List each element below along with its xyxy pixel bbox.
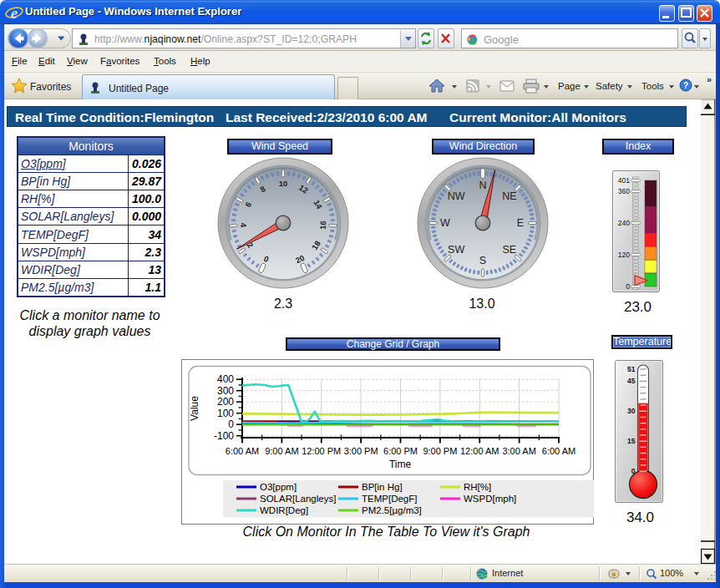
svg-text:9:00 PM: 9:00 PM: [423, 446, 457, 456]
svg-text:-100: -100: [214, 430, 234, 442]
svg-text:E: E: [517, 217, 524, 229]
svg-text:e: e: [11, 4, 18, 22]
svg-text:6:00 AM: 6:00 AM: [542, 446, 575, 456]
svg-text:N: N: [479, 180, 486, 191]
svg-text:NW: NW: [448, 190, 465, 202]
svg-text:100: 100: [217, 408, 234, 419]
svg-text:SW: SW: [448, 244, 464, 256]
svg-text:?: ?: [683, 81, 688, 90]
svg-text:12:00 PM: 12:00 PM: [302, 446, 341, 456]
svg-text:3:00 PM: 3:00 PM: [344, 446, 378, 456]
svg-text:15: 15: [627, 437, 636, 445]
svg-text:9:00 AM: 9:00 AM: [265, 446, 298, 456]
svg-text:300: 300: [217, 385, 234, 397]
svg-text:RH[%]: RH[%]: [464, 482, 491, 492]
svg-text:401: 401: [618, 176, 630, 185]
svg-text:0: 0: [228, 418, 234, 430]
svg-text:360: 360: [618, 187, 630, 195]
svg-text:6:00 AM: 6:00 AM: [226, 446, 259, 456]
svg-text:PM2.5[µg/m3]: PM2.5[µg/m3]: [362, 505, 422, 515]
svg-text:45: 45: [627, 377, 636, 385]
svg-text:30: 30: [627, 407, 636, 415]
svg-text:NE: NE: [502, 190, 516, 202]
svg-text:3:00 AM: 3:00 AM: [502, 446, 535, 456]
svg-text:WSPD[mph]: WSPD[mph]: [464, 494, 516, 504]
svg-text:BP[in Hg]: BP[in Hg]: [362, 482, 403, 492]
svg-text:51: 51: [627, 365, 636, 373]
svg-text:TEMP[DegF]: TEMP[DegF]: [362, 494, 417, 504]
svg-text:SE: SE: [502, 244, 516, 256]
svg-text:0: 0: [631, 467, 636, 475]
svg-text:400: 400: [217, 373, 234, 385]
svg-text:O3[ppm]: O3[ppm]: [260, 482, 297, 492]
svg-text:6:00 PM: 6:00 PM: [383, 446, 418, 456]
svg-text:SOLAR[Langleys]: SOLAR[Langleys]: [260, 494, 336, 504]
svg-text:Value: Value: [189, 396, 200, 421]
svg-text:240: 240: [618, 219, 630, 227]
svg-text:Time: Time: [389, 459, 412, 470]
svg-text:12:00 AM: 12:00 AM: [460, 446, 499, 456]
svg-text:W: W: [440, 217, 450, 229]
svg-text:16: 16: [318, 220, 328, 230]
svg-text:10: 10: [279, 179, 288, 188]
svg-text:0: 0: [626, 282, 630, 291]
svg-text:S: S: [479, 255, 486, 266]
svg-text:200: 200: [217, 396, 234, 408]
svg-text:120: 120: [618, 251, 630, 259]
svg-text:WDIR[Deg]: WDIR[Deg]: [260, 505, 308, 515]
